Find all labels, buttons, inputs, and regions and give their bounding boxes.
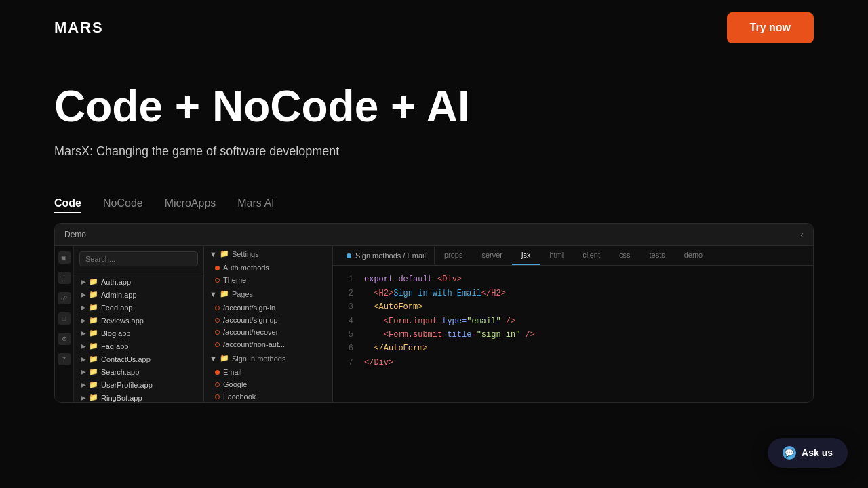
ask-us-label: Ask us [802, 447, 833, 458]
code-line: 1 export default <Div> [344, 272, 802, 286]
code-line: 6 </AutoForm> [344, 342, 802, 355]
sidebar: ▣ ⋮ ☍ □ ⚙ 7 ▶📁Auth.app ▶📁Admin.app [55, 246, 204, 402]
tab-server[interactable]: server [472, 246, 512, 265]
theme-item[interactable]: Theme [204, 274, 332, 286]
icon-apps[interactable]: ▣ [58, 251, 71, 264]
demo-label: Demo [64, 230, 86, 239]
signin-section-header: ▼ 📁 Sign In methods [204, 350, 332, 366]
signin-facebook[interactable]: Facebook [204, 390, 332, 402]
tab-mars-ai[interactable]: Mars AI [237, 197, 274, 214]
code-line: 4 <Form.input type="email" /> [344, 314, 802, 328]
list-item[interactable]: ▶📁Auth.app [74, 275, 203, 288]
settings-label: Settings [232, 250, 259, 258]
tab-jsx[interactable]: jsx [512, 246, 540, 265]
main-tabs: Code NoCode MicroApps Mars AI [0, 181, 868, 214]
breadcrumb-text: Sign methods / Email [355, 251, 426, 260]
sidebar-icon-strip: ▣ ⋮ ☍ □ ⚙ 7 [55, 246, 74, 402]
demo-topbar: Demo ‹ [55, 224, 813, 246]
icon-gear[interactable]: ⚙ [58, 333, 71, 345]
pages-label: Pages [232, 290, 253, 298]
signin-folder-icon: 📁 [220, 354, 229, 363]
code-line: 2 <H2>Sign in with Email</H2> [344, 287, 802, 300]
tab-props[interactable]: props [435, 246, 473, 265]
tab-demo[interactable]: demo [675, 246, 713, 265]
icon-grid[interactable]: ⋮ [58, 272, 71, 284]
list-item[interactable]: ▶📁RingBot.app [74, 391, 203, 402]
auth-methods-item[interactable]: Auth methods [204, 262, 332, 274]
signin-email[interactable]: Email [204, 366, 332, 378]
icon-box[interactable]: □ [58, 312, 71, 325]
list-item[interactable]: ▶📁Feed.app [74, 301, 203, 314]
sidebar-inner: ▣ ⋮ ☍ □ ⚙ 7 ▶📁Auth.app ▶📁Admin.app [55, 246, 203, 402]
list-item[interactable]: ▶📁Blog.app [74, 327, 203, 340]
list-item[interactable]: ▶📁ContactUs.app [74, 352, 203, 365]
pages-folder-icon: 📁 [220, 289, 229, 298]
breadcrumb-dot [347, 253, 351, 258]
ask-icon: 💬 [783, 446, 796, 460]
pages-arrow: ▼ [210, 290, 217, 298]
demo-body: ▣ ⋮ ☍ □ ⚙ 7 ▶📁Auth.app ▶📁Admin.app [55, 246, 813, 402]
hero-title: Code + NoCode + AI [54, 83, 475, 130]
tab-tests[interactable]: tests [639, 246, 674, 265]
code-line: 3 <AutoForm> [344, 300, 802, 314]
page-non-aut[interactable]: /account/non-aut... [204, 338, 332, 350]
page-sign-in[interactable]: /account/sign-in [204, 302, 332, 314]
code-tab-list: props server jsx html client css tests d… [435, 246, 712, 265]
page-sign-up[interactable]: /account/sign-up [204, 314, 332, 326]
code-line: 5 <Form.submit title="sign in" /> [344, 328, 802, 342]
tab-css[interactable]: css [610, 246, 640, 265]
hero-section: Code + NoCode + AI MarsX: Changing the g… [0, 56, 868, 181]
list-item[interactable]: ▶📁Admin.app [74, 288, 203, 301]
signin-arrow: ▼ [210, 354, 217, 363]
code-panel: Sign methods / Email props server jsx ht… [333, 246, 813, 402]
icon-search[interactable]: ☍ [58, 292, 71, 304]
ask-us-button[interactable]: 💬 Ask us [768, 438, 848, 468]
tab-microapps[interactable]: MicroApps [165, 197, 216, 214]
list-item[interactable]: ▶📁UserProfile.app [74, 378, 203, 391]
logo: MARS [54, 19, 104, 37]
signin-label: Sign In methods [232, 354, 286, 363]
tab-client[interactable]: client [573, 246, 610, 265]
settings-section-header: ▼ 📁 Settings [204, 246, 332, 262]
sidebar-content: ▶📁Auth.app ▶📁Admin.app ▶📁Feed.app ▶📁Revi… [74, 246, 203, 402]
code-body: 1 export default <Div> 2 <H2>Sign in wit… [333, 266, 813, 402]
folder-arrow: ▼ [210, 250, 217, 258]
demo-window: Demo ‹ ▣ ⋮ ☍ □ ⚙ 7 [54, 223, 814, 403]
page-recover[interactable]: /account/recover [204, 326, 332, 338]
pages-section-header: ▼ 📁 Pages [204, 286, 332, 302]
tab-code[interactable]: Code [54, 197, 81, 214]
code-line: 7 </Div> [344, 356, 802, 369]
file-tree: ▶📁Auth.app ▶📁Admin.app ▶📁Feed.app ▶📁Revi… [74, 272, 203, 402]
hero-subtitle: MarsX: Changing the game of software dev… [54, 142, 393, 161]
collapse-icon[interactable]: ‹ [800, 229, 804, 240]
search-input[interactable] [79, 251, 198, 266]
tab-html[interactable]: html [540, 246, 573, 265]
code-tabs: Sign methods / Email props server jsx ht… [333, 246, 813, 266]
folder-icon: 📁 [220, 249, 229, 258]
list-item[interactable]: ▶📁Faq.app [74, 340, 203, 352]
signin-google[interactable]: Google [204, 378, 332, 390]
try-now-button[interactable]: Try now [727, 12, 814, 43]
demo-container: Demo ‹ ▣ ⋮ ☍ □ ⚙ 7 [55, 224, 813, 402]
tab-nocode[interactable]: NoCode [103, 197, 143, 214]
breadcrumb: Sign methods / Email [338, 247, 435, 264]
mid-panel: ▼ 📁 Settings Auth methods Theme ▼ 📁 Page… [204, 246, 333, 402]
list-item[interactable]: ▶📁Search.app [74, 365, 203, 378]
list-item[interactable]: ▶📁Reviews.app [74, 314, 203, 327]
navbar: MARS Try now [0, 0, 868, 56]
search-area [74, 246, 203, 272]
icon-num[interactable]: 7 [58, 353, 71, 365]
